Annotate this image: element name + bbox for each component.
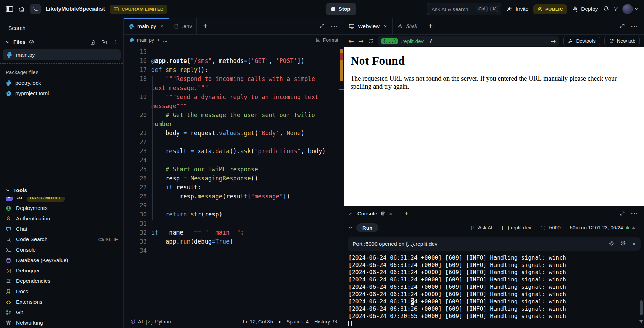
code-line[interactable]: 17def sms_reply(): bbox=[124, 65, 344, 74]
code-line[interactable]: 24 bbox=[124, 156, 344, 165]
console-scrollbar-thumb[interactable] bbox=[640, 300, 643, 315]
tool-item-dependencies[interactable]: Dependencies bbox=[0, 276, 123, 286]
tools-chevron-icon[interactable] bbox=[6, 188, 10, 193]
tool-item-database-key-value[interactable]: Database (Key/Value) bbox=[0, 255, 123, 265]
new-tab-button[interactable]: New tab bbox=[604, 36, 640, 46]
invite-button[interactable]: Invite bbox=[506, 6, 529, 12]
ai-status-button[interactable]: AI bbox=[130, 319, 143, 325]
tool-item-authentication[interactable]: Authentication bbox=[0, 213, 123, 224]
run-button[interactable]: Run bbox=[356, 223, 378, 232]
code-line[interactable]: 31 bbox=[124, 219, 344, 228]
code-line[interactable]: 19 """Send a dynamic reply to an incomin… bbox=[124, 92, 344, 110]
tool-item-git[interactable]: Git bbox=[0, 307, 123, 318]
code-line[interactable]: 15 bbox=[124, 47, 344, 56]
spaces-indicator[interactable]: Spaces: 4 bbox=[286, 319, 309, 325]
language-indicator[interactable]: {✓} Python bbox=[146, 319, 171, 325]
tab-mainpy[interactable]: main.py × bbox=[124, 18, 169, 34]
code-line[interactable]: 33 app.run(debug=True) bbox=[124, 237, 344, 246]
app-icon[interactable] bbox=[30, 4, 41, 14]
tab-shell[interactable]: Shell bbox=[393, 18, 422, 34]
refresh-icon[interactable] bbox=[368, 38, 374, 44]
tab-env[interactable]: .env bbox=[169, 18, 197, 34]
cpu-ram-limited-badge[interactable]: CPU/RAM LIMITED bbox=[110, 5, 167, 14]
code-line[interactable]: 21 body = request.values.get('Body', Non… bbox=[124, 129, 344, 138]
close-notice-icon[interactable]: × bbox=[632, 240, 636, 247]
sidebar-toggle-icon[interactable] bbox=[6, 6, 13, 13]
ask-ai-search-input[interactable]: Ask AI & search Ctrl K bbox=[427, 3, 501, 15]
format-button[interactable]: Format bbox=[316, 37, 338, 43]
code-area[interactable]: 1516@app.route("/sms", methods=['GET', '… bbox=[124, 45, 344, 315]
tab-webview[interactable]: Webview × bbox=[344, 18, 393, 34]
ask-ai-button[interactable]: Ask AI bbox=[466, 225, 497, 230]
port-indicator[interactable]: :5000 bbox=[536, 225, 565, 230]
console-log[interactable]: [2024-06-24 06:31:24 +0000] [609] [INFO]… bbox=[344, 252, 644, 328]
code-line[interactable]: 34 bbox=[124, 246, 344, 255]
port-notice-link[interactable]: {...}.replit.dev bbox=[406, 241, 437, 247]
new-file-icon[interactable] bbox=[90, 39, 96, 45]
deploy-button[interactable]: Deploy bbox=[572, 6, 598, 12]
code-line[interactable]: 30 return str(resp) bbox=[124, 210, 344, 219]
tool-item-code-search[interactable]: Code SearchCtrlShiftF bbox=[0, 234, 123, 245]
code-line[interactable]: 18 """Respond to incoming calls with a s… bbox=[124, 74, 344, 92]
close-tab-icon[interactable]: × bbox=[383, 23, 388, 30]
code-line[interactable]: 16@app.route("/sms", methods=['GET', 'PO… bbox=[124, 56, 344, 65]
close-tab-icon[interactable]: × bbox=[159, 23, 164, 30]
file-item-pyproject-toml[interactable]: pyproject.toml bbox=[0, 88, 123, 99]
new-editor-tab-button[interactable]: + bbox=[197, 18, 214, 34]
help-button[interactable]: ? bbox=[614, 6, 618, 13]
code-line[interactable]: 25 # Start our TwiML response bbox=[124, 165, 344, 174]
back-icon[interactable]: ← bbox=[348, 37, 354, 45]
url-bar[interactable]: {...} .replit.dev / → bbox=[378, 36, 560, 46]
code-line[interactable]: 27 if result: bbox=[124, 183, 344, 192]
notifications-bell-icon[interactable] bbox=[603, 6, 610, 13]
file-item-poetry-lock[interactable]: poetry.lock bbox=[0, 78, 123, 88]
tool-item-extensions[interactable]: Extensions bbox=[0, 297, 123, 307]
webview-menu-kebab-icon[interactable]: ··· bbox=[631, 23, 638, 29]
trash-icon[interactable] bbox=[380, 211, 385, 216]
tool-item-docs[interactable]: Docs bbox=[0, 286, 123, 297]
tool-item-debugger[interactable]: Debugger bbox=[0, 265, 123, 276]
go-arrow-icon[interactable]: → bbox=[550, 38, 556, 45]
collapse-chevron-icon[interactable] bbox=[348, 226, 353, 230]
code-line[interactable]: 22 bbox=[124, 138, 344, 147]
code-line[interactable]: 20 # Get the message the user sent our T… bbox=[124, 110, 344, 129]
code-line[interactable]: 26 resp = MessagingResponse() bbox=[124, 174, 344, 183]
files-menu-kebab-icon[interactable] bbox=[113, 39, 118, 44]
new-console-tab-button[interactable]: + bbox=[398, 206, 415, 221]
editor-menu-kebab-icon[interactable]: ··· bbox=[331, 23, 338, 29]
code-line[interactable]: 28 resp.message(result["message"]) bbox=[124, 192, 344, 201]
close-tab-icon[interactable]: × bbox=[388, 210, 394, 217]
code-line[interactable]: 32if __name__ == "__main__": bbox=[124, 228, 344, 237]
tool-item-ai[interactable]: AI BASIC MODEL bbox=[0, 197, 123, 203]
tool-item-console[interactable]: Console bbox=[0, 245, 123, 255]
public-badge[interactable]: PUBLIC bbox=[533, 4, 567, 14]
account-menu[interactable] bbox=[622, 4, 638, 14]
new-folder-icon[interactable] bbox=[101, 39, 107, 45]
tool-item-chat[interactable]: Chat bbox=[0, 224, 123, 234]
tool-item-networking[interactable]: Networking bbox=[0, 318, 123, 328]
code-line[interactable]: 29 bbox=[124, 201, 344, 210]
code-line[interactable]: 23 result = xata.data().ask("predictions… bbox=[124, 147, 344, 156]
editor-scrollbar-thumb[interactable] bbox=[339, 89, 344, 90]
expand-pane-icon[interactable] bbox=[620, 211, 625, 216]
uptime-indicator[interactable]: 50m on 12:01:23, 06/24 bbox=[565, 225, 640, 230]
expand-pane-icon[interactable] bbox=[320, 24, 325, 29]
stop-button[interactable]: Stop bbox=[326, 3, 356, 15]
new-webview-tab-button[interactable]: + bbox=[422, 18, 439, 34]
hide-preview-icon[interactable] bbox=[620, 240, 626, 246]
tab-console[interactable]: >_ Console × bbox=[344, 206, 398, 221]
gear-icon[interactable] bbox=[609, 240, 614, 246]
cursor-position[interactable]: Ln 12, Col 35 bbox=[243, 319, 273, 325]
console-menu-kebab-icon[interactable]: ··· bbox=[631, 211, 638, 216]
scroll-down-icon[interactable] bbox=[639, 320, 643, 323]
file-item-mainpy[interactable]: main.py bbox=[3, 49, 121, 60]
devtools-button[interactable]: Devtools bbox=[563, 36, 600, 46]
expand-pane-icon[interactable] bbox=[620, 24, 625, 29]
breadcrumb[interactable]: main.py ... Format bbox=[124, 35, 344, 45]
forward-icon[interactable]: → bbox=[358, 37, 364, 45]
files-chevron-icon[interactable] bbox=[6, 40, 10, 44]
home-icon[interactable] bbox=[18, 6, 25, 13]
dev-url-label[interactable]: {...}.replit.dev bbox=[497, 225, 536, 230]
history-button[interactable]: History bbox=[314, 319, 338, 325]
tool-item-deployments[interactable]: Deployments bbox=[0, 203, 123, 213]
